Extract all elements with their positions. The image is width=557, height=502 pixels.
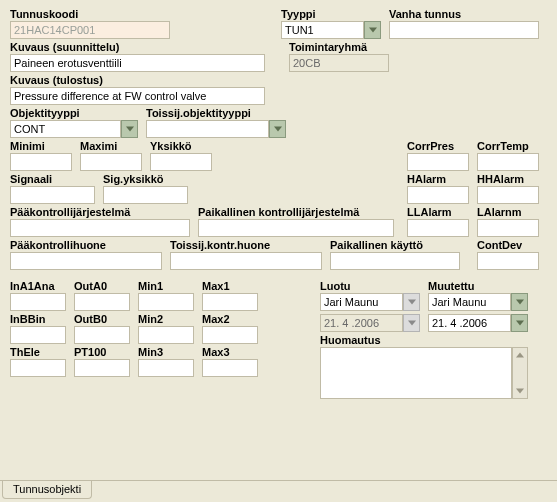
textarea-huomautus[interactable] xyxy=(320,347,512,399)
label-paikkontrollijarj: Paikallinen kontrollijärjestelmä xyxy=(198,206,394,218)
label-tunnuskoodi: Tunnuskoodi xyxy=(10,8,170,20)
label-thele: ThEle xyxy=(10,346,66,358)
label-min3: Min3 xyxy=(138,346,194,358)
dropdown-muutettu-user[interactable] xyxy=(511,293,528,311)
label-kuvaus-suunnittelu: Kuvaus (suunnittelu) xyxy=(10,41,265,53)
input-min1[interactable] xyxy=(138,293,194,311)
form-panel: Tunnuskoodi Tyyppi Vanha tunnus Kuvaus (… xyxy=(0,0,557,478)
label-paakontrollijarj: Pääkontrollijärjestelmä xyxy=(10,206,190,218)
input-max2[interactable] xyxy=(202,326,258,344)
input-corrpres[interactable] xyxy=(407,153,469,171)
label-halarm: HAlarm xyxy=(407,173,469,185)
input-paikkaytto[interactable] xyxy=(330,252,460,270)
input-paikkontrollijarj[interactable] xyxy=(198,219,394,237)
label-minimi: Minimi xyxy=(10,140,72,152)
input-pt100[interactable] xyxy=(74,359,130,377)
tab-tunnusobjekti[interactable]: Tunnusobjekti xyxy=(2,481,92,499)
input-tyyppi[interactable] xyxy=(281,21,364,39)
label-kuvaus-tulostus: Kuvaus (tulostus) xyxy=(10,74,265,86)
label-corrtemp: CorrTemp xyxy=(477,140,539,152)
label-maximi: Maximi xyxy=(80,140,142,152)
label-toissij-obj: Toissij.objektityyppi xyxy=(146,107,286,119)
label-max3: Max3 xyxy=(202,346,258,358)
input-kuvaus-tulostus[interactable] xyxy=(10,87,265,105)
label-max2: Max2 xyxy=(202,313,258,325)
input-maximi[interactable] xyxy=(80,153,142,171)
input-max3[interactable] xyxy=(202,359,258,377)
label-contdev: ContDev xyxy=(477,239,539,251)
input-yksikko[interactable] xyxy=(150,153,212,171)
label-tyyppi: Tyyppi xyxy=(281,8,381,20)
label-corrpres: CorrPres xyxy=(407,140,469,152)
label-paakontrollihuone: Pääkontrollihuone xyxy=(10,239,162,251)
scroll-down-icon[interactable] xyxy=(513,384,527,398)
dropdown-objektityyppi[interactable] xyxy=(121,120,138,138)
label-paikkaytto: Paikallinen käyttö xyxy=(330,239,460,251)
input-vanhatunnus[interactable] xyxy=(389,21,539,39)
input-min3[interactable] xyxy=(138,359,194,377)
input-paakontrollijarj[interactable] xyxy=(10,219,190,237)
input-llalarm[interactable] xyxy=(407,219,469,237)
scrollbar-huomautus[interactable] xyxy=(512,347,528,399)
dropdown-luotu-user[interactable] xyxy=(403,293,420,311)
label-llalarm: LLAlarm xyxy=(407,206,469,218)
input-lalarnm[interactable] xyxy=(477,219,539,237)
tab-bar: Tunnusobjekti xyxy=(0,480,557,502)
dropdown-tyyppi[interactable] xyxy=(364,21,381,39)
input-min2[interactable] xyxy=(138,326,194,344)
input-toissijkontrhuone[interactable] xyxy=(170,252,322,270)
label-inbbin: InBBin xyxy=(10,313,66,325)
label-signaali: Signaali xyxy=(10,173,95,185)
input-thele[interactable] xyxy=(10,359,66,377)
label-min2: Min2 xyxy=(138,313,194,325)
input-contdev[interactable] xyxy=(477,252,539,270)
scroll-up-icon[interactable] xyxy=(513,348,527,362)
dropdown-muutettu-date[interactable] xyxy=(511,314,528,332)
input-muutettu-date[interactable] xyxy=(428,314,511,332)
input-muutettu-user[interactable] xyxy=(428,293,511,311)
label-outb0: OutB0 xyxy=(74,313,130,325)
label-luotu: Luotu xyxy=(320,280,420,292)
input-ina1ana[interactable] xyxy=(10,293,66,311)
label-yksikko: Yksikkö xyxy=(150,140,212,152)
input-luotu-date xyxy=(320,314,403,332)
chevron-down-icon xyxy=(516,320,524,326)
label-max1: Max1 xyxy=(202,280,258,292)
label-objektityyppi: Objektityyppi xyxy=(10,107,138,119)
chevron-down-icon xyxy=(408,299,416,305)
dropdown-luotu-date[interactable] xyxy=(403,314,420,332)
dropdown-toissij-obj[interactable] xyxy=(269,120,286,138)
chevron-down-icon xyxy=(408,320,416,326)
input-kuvaus-suunnittelu[interactable] xyxy=(10,54,265,72)
input-paakontrollihuone[interactable] xyxy=(10,252,162,270)
label-pt100: PT100 xyxy=(74,346,130,358)
label-ina1ana: InA1Ana xyxy=(10,280,66,292)
input-objektityyppi[interactable] xyxy=(10,120,121,138)
input-corrtemp[interactable] xyxy=(477,153,539,171)
input-outa0[interactable] xyxy=(74,293,130,311)
label-min1: Min1 xyxy=(138,280,194,292)
input-outb0[interactable] xyxy=(74,326,130,344)
label-sigyksikko: Sig.yksikkö xyxy=(103,173,188,185)
input-max1[interactable] xyxy=(202,293,258,311)
input-tunnuskoodi[interactable] xyxy=(10,21,170,39)
input-inbbin[interactable] xyxy=(10,326,66,344)
input-halarm[interactable] xyxy=(407,186,469,204)
label-toissijkontrhuone: Toissij.kontr.huone xyxy=(170,239,322,251)
label-vanhatunnus: Vanha tunnus xyxy=(389,8,539,20)
input-signaali[interactable] xyxy=(10,186,95,204)
label-hhalarm: HHAlarm xyxy=(477,173,539,185)
input-luotu-user[interactable] xyxy=(320,293,403,311)
input-toimintaryhma xyxy=(289,54,389,72)
input-toissij-obj[interactable] xyxy=(146,120,269,138)
chevron-down-icon xyxy=(516,299,524,305)
input-sigyksikko[interactable] xyxy=(103,186,188,204)
input-minimi[interactable] xyxy=(10,153,72,171)
chevron-down-icon xyxy=(369,27,377,33)
label-muutettu: Muutettu xyxy=(428,280,528,292)
input-hhalarm[interactable] xyxy=(477,186,539,204)
chevron-down-icon xyxy=(126,126,134,132)
chevron-down-icon xyxy=(274,126,282,132)
label-lalarnm: LAlarnm xyxy=(477,206,539,218)
label-huomautus: Huomautus xyxy=(320,334,528,346)
